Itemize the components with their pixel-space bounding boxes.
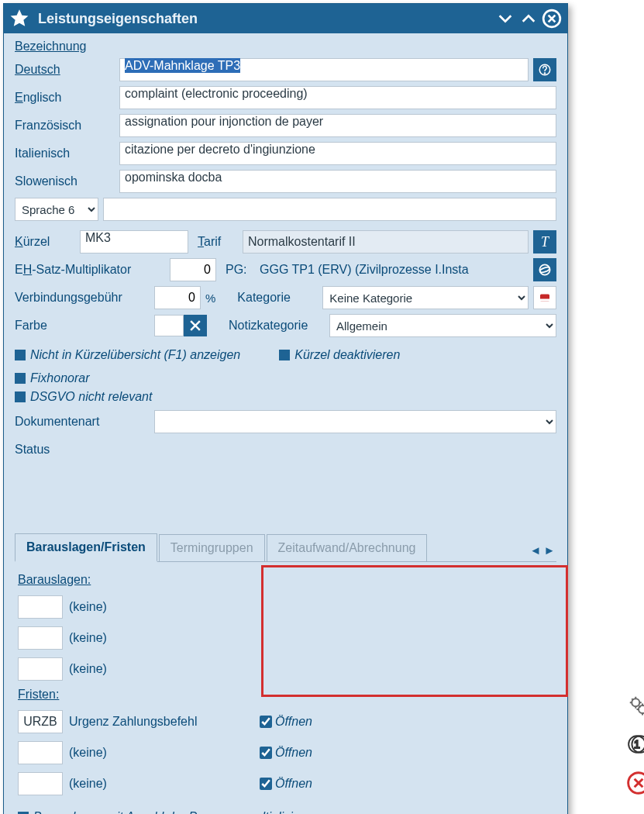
- chevron-up-button[interactable]: [518, 8, 539, 29]
- frist-text-3: (keine): [69, 777, 260, 791]
- chk-deaktivieren[interactable]: Kürzel deaktivieren: [279, 348, 400, 362]
- tarif-button[interactable]: T: [533, 230, 556, 254]
- frist-open-2[interactable]: Öffnen: [260, 746, 312, 760]
- label-kuerzel: Kürzel: [15, 235, 80, 249]
- baraus-code-3[interactable]: [18, 657, 63, 681]
- label-farbe: Farbe: [15, 319, 154, 333]
- select-kategorie[interactable]: Keine Kategorie: [322, 286, 529, 309]
- highlight-box: [261, 565, 568, 697]
- close-button[interactable]: [541, 8, 563, 29]
- frist-code-2[interactable]: [18, 741, 63, 764]
- label-pg: PG:: [226, 263, 260, 277]
- svg-point-2: [544, 73, 545, 74]
- kategorie-icon-button[interactable]: [533, 286, 556, 309]
- label-deutsch: Deutsch: [15, 63, 119, 77]
- leistungseigenschaften-window: Leistungseigenschaften Bezeichnung Deuts…: [3, 3, 568, 814]
- select-dokumentenart[interactable]: [154, 410, 556, 433]
- gears-icon[interactable]: [625, 692, 644, 719]
- svg-rect-6: [540, 299, 549, 302]
- select-notizkategorie[interactable]: Allgemein: [329, 314, 556, 337]
- value-pg: GGG TP1 (ERV) (Zivilprozesse I.Insta: [260, 263, 529, 277]
- confirm-icon[interactable]: [625, 808, 644, 814]
- chk-fixhonorar[interactable]: Fixhonorar: [15, 371, 556, 385]
- frist-code-3[interactable]: [18, 772, 63, 795]
- label-dokumentenart: Dokumentenart: [15, 415, 154, 429]
- titlebar: Leistungseigenschaften: [4, 4, 567, 33]
- section-bezeichnung: Bezeichnung: [15, 40, 87, 53]
- baraus-code-1[interactable]: [18, 595, 63, 619]
- tab-zeitaufwand[interactable]: Zeitaufwand/Abrechnung: [267, 534, 428, 561]
- label-eh: EH-Satz-Multiplikator: [15, 263, 170, 277]
- frist-text-1: Urgenz Zahlungsbefehl: [69, 715, 260, 729]
- baraus-text-2: (keine): [69, 631, 258, 645]
- input-englisch[interactable]: complaint (electronic proceeding): [119, 86, 556, 109]
- window-title: Leistungseigenschaften: [38, 11, 494, 27]
- color-swatch[interactable]: [154, 315, 184, 336]
- tab-scroll-right[interactable]: ►: [542, 541, 556, 558]
- label-verbindungsgebuehr: Verbindungsgebühr: [15, 291, 154, 305]
- baraus-code-2[interactable]: [18, 626, 63, 650]
- label-tarif: Tarif: [198, 235, 243, 249]
- frist-code-1[interactable]: URZB: [18, 710, 63, 733]
- label-status: Status: [15, 443, 154, 457]
- tab-scroll-left[interactable]: ◄: [529, 541, 542, 558]
- count-badge-icon[interactable]: 1: [625, 730, 644, 758]
- label-notizkategorie: Notizkategorie: [229, 319, 329, 333]
- label-kategorie: Kategorie: [237, 291, 322, 305]
- clear-color-button[interactable]: [184, 315, 207, 336]
- help-button[interactable]: [533, 58, 556, 81]
- baraus-text-1: (keine): [69, 600, 258, 614]
- frist-text-2: (keine): [69, 746, 260, 760]
- unit-percent: %: [205, 291, 215, 305]
- input-eh[interactable]: [170, 258, 216, 281]
- frist-open-3[interactable]: Öffnen: [260, 777, 312, 791]
- svg-point-12: [629, 773, 644, 794]
- chk-dsgvo[interactable]: DSGVO nicht relevant: [15, 390, 556, 404]
- select-sprache6[interactable]: Sprache 6: [15, 198, 98, 221]
- input-franzoesisch[interactable]: assignation pour injonction de payer: [119, 114, 556, 137]
- input-tarif[interactable]: Normalkostentarif II: [243, 230, 529, 254]
- input-slowenisch[interactable]: opominska docba: [119, 170, 556, 193]
- label-slowenisch: Slowenisch: [15, 174, 119, 188]
- label-franzoesisch: Französisch: [15, 119, 119, 133]
- label-barauslagen: Barauslagen:: [18, 573, 258, 587]
- svg-text:1: 1: [634, 738, 640, 750]
- ie-icon-button[interactable]: [533, 258, 556, 281]
- sidebar-actions: 1: [625, 692, 644, 814]
- label-italienisch: Italienisch: [15, 147, 119, 160]
- baraus-text-3: (keine): [69, 662, 258, 676]
- tab-barauslagen-fristen[interactable]: Barauslagen/Fristen: [15, 533, 157, 562]
- label-fristen: Fristen:: [18, 688, 312, 702]
- tab-content: Barauslagen: (keine) (keine) (keine) Fri…: [15, 562, 556, 814]
- input-verbindungsgebuehr[interactable]: [154, 286, 201, 309]
- input-deutsch[interactable]: ADV-Mahnklage TP3: [119, 58, 529, 81]
- chevron-down-button[interactable]: [494, 8, 516, 29]
- chk-baraus-multiplizieren[interactable]: Barauslagen mit Anzahl der Personen mult…: [18, 810, 553, 814]
- cancel-icon[interactable]: [625, 769, 644, 797]
- label-englisch: Englisch: [15, 91, 119, 105]
- frist-open-1[interactable]: Öffnen: [260, 715, 312, 729]
- tab-bar: Barauslagen/Fristen Termingruppen Zeitau…: [15, 533, 556, 562]
- tab-termingruppen[interactable]: Termingruppen: [159, 534, 265, 561]
- input-kuerzel[interactable]: MK3: [80, 230, 188, 254]
- input-sprache6[interactable]: [103, 198, 556, 221]
- chk-nicht-anzeigen[interactable]: Nicht in Kürzelübersicht (F1) anzeigen: [15, 348, 240, 362]
- star-icon: [9, 8, 30, 29]
- input-italienisch[interactable]: citazione per decreto d'ingiunzione: [119, 142, 556, 165]
